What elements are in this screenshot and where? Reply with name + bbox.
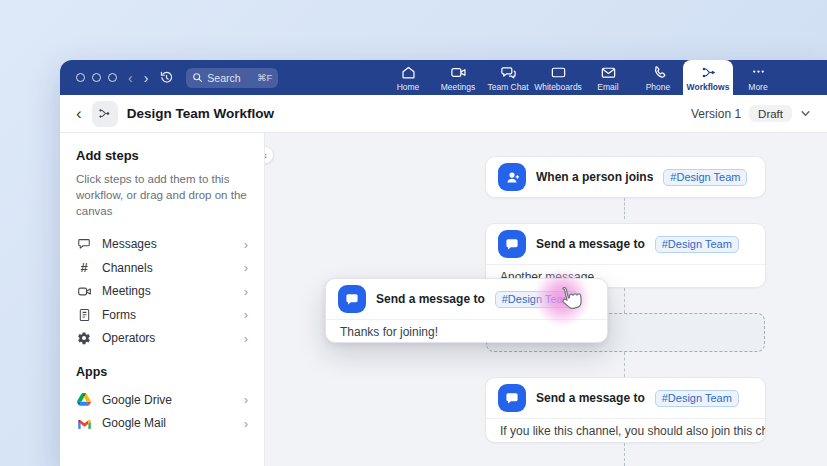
nav-forward-button[interactable]: ›: [144, 71, 149, 85]
person-add-icon: [498, 163, 526, 191]
chat-bubble-icon: [338, 285, 366, 313]
tab-more[interactable]: More: [733, 60, 783, 95]
titlebar: ‹ › ⌘F Home Meetings Team: [60, 60, 827, 95]
google-mail-icon: [76, 417, 92, 429]
sidebar-item-label: Forms: [102, 308, 136, 322]
tab-email[interactable]: Email: [583, 60, 633, 95]
tab-label: Home: [397, 82, 420, 92]
search-box[interactable]: ⌘F: [186, 68, 278, 88]
connector-line: [624, 288, 625, 313]
chat-bubble-icon: [498, 384, 526, 412]
workflow-toolbar: ‹ Design Team Workflow Version 1 Draft: [60, 95, 827, 133]
sidebar-item-channels[interactable]: # Channels ›: [76, 256, 248, 280]
tab-phone[interactable]: Phone: [633, 60, 683, 95]
tab-whiteboards[interactable]: Whiteboards: [533, 60, 583, 95]
more-dots-icon: [750, 64, 767, 81]
chevron-right-icon: ›: [244, 284, 248, 299]
envelope-icon: [600, 64, 617, 81]
video-camera-icon: [76, 284, 92, 299]
search-input[interactable]: [207, 72, 247, 84]
whiteboard-icon: [550, 64, 567, 81]
step-body-text: Thanks for joining!: [326, 320, 607, 343]
apps-heading: Apps: [76, 365, 248, 379]
sidebar-item-forms[interactable]: Forms ›: [76, 303, 248, 327]
chat-bubbles-icon: [500, 64, 517, 81]
sidebar-heading: Add steps: [76, 148, 248, 163]
tab-label: Email: [597, 82, 618, 92]
tab-label: Whiteboards: [534, 82, 582, 92]
sidebar-item-label: Meetings: [102, 284, 151, 298]
workflow-icon: [700, 64, 717, 81]
chevron-right-icon: ›: [244, 416, 248, 431]
page-title: Design Team Workflow: [127, 106, 274, 121]
minimize-window-button[interactable]: [92, 73, 101, 82]
tab-label: More: [748, 82, 767, 92]
sidebar-collapse-button[interactable]: ‹: [265, 146, 274, 164]
history-icon[interactable]: [159, 70, 174, 85]
workflow-step-trigger[interactable]: When a person joins #Design Team: [485, 156, 766, 198]
tab-home[interactable]: Home: [383, 60, 433, 95]
step-title: When a person joins: [536, 170, 653, 184]
workflow-canvas[interactable]: ‹ When a person joins #Design Team: [265, 133, 827, 466]
video-camera-icon: [450, 64, 467, 81]
tab-workflows[interactable]: Workflows: [683, 60, 733, 95]
add-steps-sidebar: Add steps Click steps to add them to thi…: [60, 133, 265, 466]
step-title: Send a message to: [376, 292, 485, 306]
tab-label: Team Chat: [487, 82, 528, 92]
home-icon: [400, 64, 417, 81]
tab-team-chat[interactable]: Team Chat: [483, 60, 533, 95]
workflow-step-message-2[interactable]: Send a message to #Design Team If you li…: [485, 377, 766, 443]
gear-icon: [76, 331, 92, 345]
connector-line: [624, 352, 625, 377]
chevron-right-icon: ›: [244, 307, 248, 322]
traffic-lights[interactable]: [76, 73, 117, 82]
channel-pill[interactable]: #Design Team: [655, 236, 739, 253]
message-bubble-icon: [76, 237, 92, 251]
version-label: Version 1: [691, 107, 741, 121]
sidebar-item-label: Messages: [102, 237, 157, 251]
chevron-right-icon: ›: [244, 260, 248, 275]
workflow-icon: [97, 106, 112, 121]
hash-icon: #: [76, 260, 92, 275]
sidebar-item-label: Channels: [102, 261, 153, 275]
step-title: Send a message to: [536, 237, 645, 251]
sidebar-item-label: Google Drive: [102, 393, 172, 407]
sidebar-item-label: Google Mail: [102, 416, 166, 430]
tab-label: Meetings: [441, 82, 476, 92]
chevron-right-icon: ›: [244, 392, 248, 407]
channel-pill[interactable]: #Design Team: [663, 169, 747, 186]
form-icon: [76, 308, 92, 322]
connector-line: [624, 443, 625, 466]
connector-line: [624, 198, 625, 219]
phone-icon: [650, 64, 667, 81]
search-icon: [192, 72, 203, 83]
chat-bubble-icon: [498, 230, 526, 258]
sidebar-item-meetings[interactable]: Meetings ›: [76, 279, 248, 303]
channel-pill[interactable]: #Design Team: [655, 390, 739, 407]
sidebar-item-messages[interactable]: Messages ›: [76, 232, 248, 256]
sidebar-item-label: Operators: [102, 331, 155, 345]
sidebar-item-google-drive[interactable]: Google Drive ›: [76, 388, 248, 412]
search-shortcut: ⌘F: [257, 72, 272, 83]
tab-label: Workflows: [687, 82, 730, 92]
chevron-down-icon[interactable]: [800, 108, 811, 119]
app-window: ‹ › ⌘F Home Meetings Team: [60, 60, 827, 466]
sidebar-item-google-mail[interactable]: Google Mail ›: [76, 411, 248, 435]
tab-label: Phone: [646, 82, 671, 92]
google-drive-icon: [76, 393, 92, 406]
close-window-button[interactable]: [76, 73, 85, 82]
sidebar-description: Click steps to add them to this workflow…: [76, 171, 252, 219]
workflow-chip: [92, 101, 118, 127]
chevron-right-icon: ›: [244, 331, 248, 346]
nav-back-button[interactable]: ‹: [128, 71, 133, 85]
step-body-text: If you like this channel, you should als…: [486, 419, 765, 443]
tab-meetings[interactable]: Meetings: [433, 60, 483, 95]
chevron-right-icon: ›: [244, 237, 248, 252]
main-nav: Home Meetings Team Chat Whiteboards Emai…: [383, 60, 783, 95]
step-title: Send a message to: [536, 391, 645, 405]
status-badge: Draft: [749, 105, 792, 122]
sidebar-item-operators[interactable]: Operators ›: [76, 326, 248, 350]
maximize-window-button[interactable]: [108, 73, 117, 82]
back-button[interactable]: ‹: [76, 105, 82, 122]
